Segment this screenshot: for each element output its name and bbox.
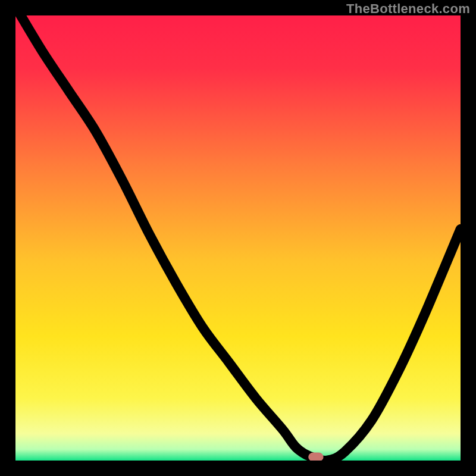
watermark-text: TheBottleneck.com	[346, 1, 470, 17]
optimal-marker	[308, 453, 323, 461]
gradient-background	[15, 15, 461, 461]
chart-frame: TheBottleneck.com	[0, 0, 476, 476]
bottleneck-plot	[15, 15, 461, 461]
